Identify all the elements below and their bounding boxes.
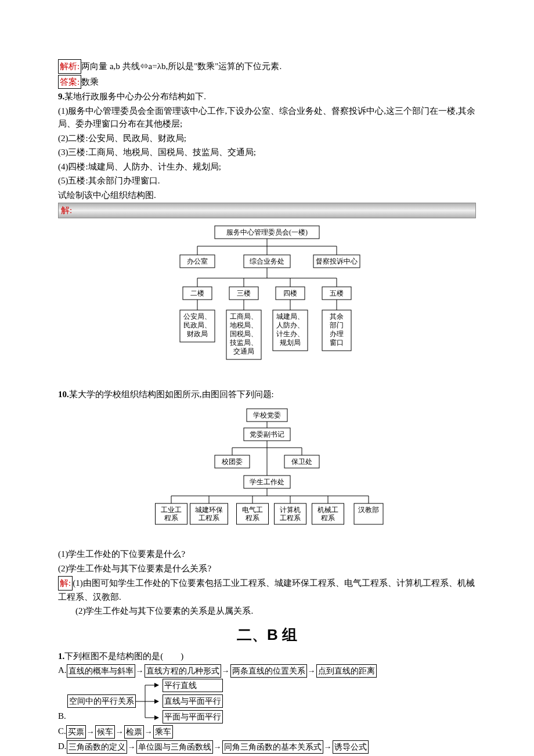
svg-text:窗口: 窗口 <box>330 339 344 347</box>
arrow-icon: → <box>307 665 316 677</box>
svg-text:保卫处: 保卫处 <box>291 458 312 466</box>
c-b2: 候车 <box>95 725 115 739</box>
svg-text:办理: 办理 <box>330 330 344 338</box>
svg-text:人防办、: 人防办、 <box>276 321 304 329</box>
q9-task: 试绘制该中心组织结构图. <box>58 189 476 202</box>
option-a: A.直线的概率与斜率→直线方程的几种形式→两条直线的位置关系→点到直线的距离 <box>58 664 476 678</box>
answer-label: 答案: <box>58 75 81 89</box>
option-c: C.买票→候车→检票→乘车 <box>58 725 476 739</box>
q10-sol2: (2)学生工作处与其下位要素的关系是从属关系. <box>58 604 476 618</box>
svg-text:公安局、: 公安局、 <box>183 312 211 321</box>
a-b1: 直线的概率与斜率 <box>67 664 135 678</box>
svg-text:学生工作处: 学生工作处 <box>250 478 284 486</box>
q8-answer: 答案:数乘 <box>58 75 476 89</box>
q9-intro: 某地行政服务中心办公分布结构如下. <box>64 92 206 101</box>
d9-l2-3: 五楼 <box>330 289 344 297</box>
svg-text:工业工: 工业工 <box>161 506 182 514</box>
svg-marker-91 <box>154 715 159 720</box>
arrow-icon: → <box>213 741 222 753</box>
arrow-icon: → <box>144 726 153 738</box>
c-b1: 买票 <box>66 725 86 739</box>
arrow-icon: → <box>115 726 124 738</box>
q9-item3: (3)三楼:工商局、地税局、国税局、技监局、交通局; <box>58 146 476 159</box>
b-r3: 平面与平面平行 <box>163 710 223 723</box>
d9-l1-2: 督察投诉中心 <box>316 257 358 265</box>
option-d: D.三角函数的定义→单位圆与三角函数线→同角三角函数的基本关系式→诱导公式 <box>58 740 476 754</box>
d-b3: 同角三角函数的基本关系式 <box>222 740 323 754</box>
c-b3: 检票 <box>124 725 144 739</box>
branch-connector <box>136 679 159 723</box>
answer-text: 数乘 <box>81 77 99 87</box>
svg-text:地税局、: 地税局、 <box>229 321 258 329</box>
q10-sol1-text: (1)由图可知学生工作处的下位要素包括工业工程系、城建环保工程系、电气工程系、计… <box>58 578 475 602</box>
svg-text:电气工: 电气工 <box>242 506 263 514</box>
option-b: B. 空间中的平行关系 平行直线 直线与平面平行 平面与平面平行 <box>58 679 476 723</box>
svg-text:财政局: 财政局 <box>187 330 208 338</box>
b-r1: 平行直线 <box>163 679 223 692</box>
svg-marker-89 <box>154 683 159 687</box>
q9-num: 9. <box>58 92 64 101</box>
d9-top: 服务中心管理委员会(一楼) <box>226 228 308 236</box>
c-b4: 乘车 <box>153 725 173 739</box>
svg-text:程系: 程系 <box>164 514 178 522</box>
svg-text:党委副书记: 党委副书记 <box>250 430 284 438</box>
svg-text:民政局、: 民政局、 <box>183 321 211 329</box>
svg-text:国税局、: 国税局、 <box>230 330 258 338</box>
svg-text:校团委: 校团委 <box>221 458 243 466</box>
svg-text:工商局、: 工商局、 <box>230 312 258 321</box>
svg-text:机械工: 机械工 <box>317 506 338 514</box>
q10-diagram: 学校党委 党委副书记 校团委 保卫处 学生工作处 工业工程系城建环保工程系电气工… <box>58 406 476 543</box>
svg-text:工程系: 工程系 <box>199 514 219 522</box>
d9-l2-1: 三楼 <box>237 289 251 297</box>
q10-q2: (2)学生工作处与其下位要素是什么关系? <box>58 562 476 575</box>
q9-solution-bar: 解: <box>58 203 476 218</box>
a-b2: 直线方程的几种形式 <box>145 664 221 678</box>
d-b2: 单位圆与三角函数线 <box>136 740 213 754</box>
svg-text:汉教部: 汉教部 <box>358 506 379 514</box>
svg-text:技监局、: 技监局、 <box>229 339 258 347</box>
svg-text:学校党委: 学校党委 <box>253 411 281 419</box>
d9-l2-2: 四楼 <box>283 289 297 297</box>
q9-item2: (2)二楼:公安局、民政局、财政局; <box>58 132 476 145</box>
b-left: 空间中的平行关系 <box>67 694 136 708</box>
svg-text:城建环保: 城建环保 <box>194 506 223 514</box>
svg-text:规划局: 规划局 <box>280 339 301 347</box>
d-b1: 三角函数的定义 <box>67 740 127 754</box>
d9-l1-1: 综合业务处 <box>250 257 284 265</box>
a-b3: 两条直线的位置关系 <box>230 664 307 678</box>
analysis-text: 两向量 a,b 共线⇔a=λb,所以是"数乘"运算的下位元素. <box>81 62 282 71</box>
gb-q1: 1.下列框图不是结构图的是( ) <box>58 650 476 663</box>
arrow-icon: → <box>323 741 333 753</box>
d9-l1-0: 办公室 <box>187 257 208 265</box>
q9-item1: (1)服务中心管理委员会全面管理该中心工作,下设办公室、综合业务处、督察投诉中心… <box>58 105 476 131</box>
q10-sol1: 解:(1)由图可知学生工作处的下位要素包括工业工程系、城建环保工程系、电气工程系… <box>58 576 476 603</box>
svg-text:工程系: 工程系 <box>280 514 301 522</box>
q10-line: 10.某大学的学校组织结构图如图所示,由图回答下列问题: <box>58 388 476 401</box>
group-b-title: 二、B 组 <box>58 624 476 646</box>
svg-text:程系: 程系 <box>321 514 335 522</box>
arrow-icon: → <box>221 665 230 677</box>
gb-q1-stem: 下列框图不是结构图的是( ) <box>64 651 183 661</box>
svg-text:计生办、: 计生办、 <box>276 330 304 338</box>
q10-q1: (1)学生工作处的下位要素是什么? <box>58 548 476 561</box>
svg-text:城建局、: 城建局、 <box>276 312 304 321</box>
svg-text:其余: 其余 <box>330 312 344 321</box>
svg-text:交通局: 交通局 <box>233 347 254 355</box>
q9-diagram: 服务中心管理委员会(一楼) 办公室 综合业务处 督察投诉中心 二楼 三楼 四楼 … <box>58 223 476 384</box>
q10-intro: 某大学的学校组织结构图如图所示,由图回答下列问题: <box>69 390 274 399</box>
arrow-icon: → <box>86 726 95 738</box>
q10-sol-label: 解: <box>58 576 73 591</box>
svg-marker-90 <box>154 699 159 704</box>
q9-sol-label: 解: <box>61 206 72 215</box>
gb-q1-num: 1. <box>58 651 64 661</box>
svg-text:计算机: 计算机 <box>280 506 301 514</box>
arrow-icon: → <box>127 741 136 753</box>
analysis-label: 解析: <box>58 59 81 74</box>
arrow-icon: → <box>135 665 145 677</box>
q9-line: 9.某地行政服务中心办公分布结构如下. <box>58 90 476 103</box>
b-r2: 直线与平面平行 <box>163 694 223 708</box>
svg-text:程系: 程系 <box>246 514 259 522</box>
q9-item4: (4)四楼:城建局、人防办、计生办、规划局; <box>58 160 476 174</box>
q9-item5: (5)五楼:其余部门办理窗口. <box>58 174 476 188</box>
a-b4: 点到直线的距离 <box>316 664 377 678</box>
